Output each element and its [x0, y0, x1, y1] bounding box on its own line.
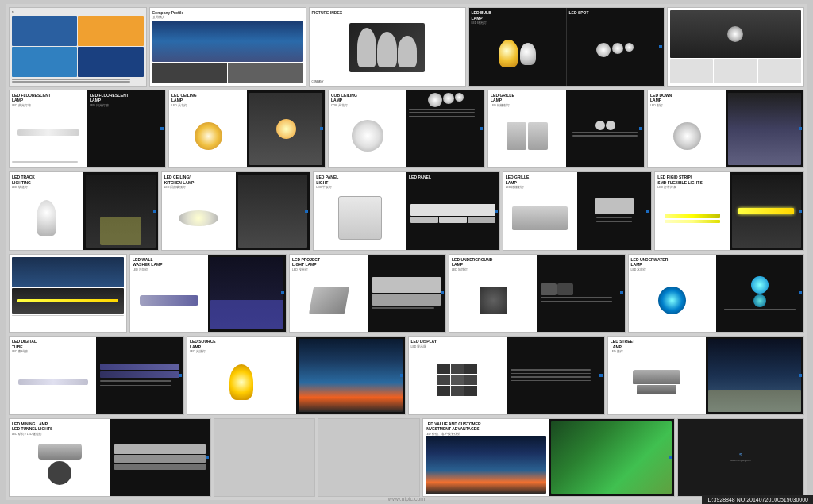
rigid-strip-spread[interactable]: LED RIGID STRIP/SMD FLEXIBLE LIGHTS LED … — [654, 171, 804, 251]
street-title: LED STREETLAMP — [611, 339, 703, 349]
cover-spread[interactable]: S — [9, 7, 147, 87]
underground-spread[interactable]: LED UNDERGROUNDLAMP LED 地埋灯 — [449, 254, 626, 333]
track-title: LED TRACKLIGHTING — [12, 175, 81, 185]
picture-index-title: PICTURE INDEX — [312, 10, 463, 15]
blue-dot-dt — [179, 374, 182, 377]
blue-dot-proj — [441, 291, 444, 294]
catalog-row-2: LED FLUORESCENTLAMP LED 荧光灯管 LED FLUORES… — [9, 90, 804, 169]
project-title: LED PROJECT-LIGHT LAMP — [292, 257, 365, 267]
underwater-title: LED UNDERWATERLAMP — [631, 257, 714, 267]
panel-spread[interactable]: LED PANELLIGHT LED 平板灯 LED PaNel — [313, 171, 499, 251]
rigid-title: LED RIGID STRIP/SMD FLEXIBLE LIGHTS — [657, 175, 726, 185]
bulb-title: LED BULBLAMP — [472, 10, 564, 21]
ceiling2-title: LED CEILING/KITCHEN LAMP — [164, 175, 233, 185]
spot-title: LED SPOT — [569, 10, 661, 16]
catalog-row-3: LED TRACKLIGHTING LED 轨道灯 LED CEILING/KI… — [9, 171, 804, 251]
wall-title: LED WALLWASHER LAMP — [133, 257, 206, 267]
blue-dot-uw — [799, 291, 802, 294]
display-spread[interactable]: LED DISPLAY LED 显示屏 — [408, 336, 605, 415]
track-spread[interactable]: LED TRACKLIGHTING LED 轨道灯 — [9, 171, 159, 251]
catalog-container: S Company Profile 公司简介 — [6, 4, 807, 500]
picture-index-subtitle: COMPANY — [312, 80, 463, 83]
grille1-spread[interactable]: LED GRILLELAMP LED 格栅射灯 — [487, 90, 645, 169]
strip-detail-spread[interactable] — [9, 254, 127, 333]
blue-dot-value — [669, 456, 672, 459]
display-title: LED DISPLAY — [411, 339, 504, 344]
blue-dot-st — [799, 374, 802, 377]
cover-company: S — [12, 10, 144, 14]
blue-dot-fl1 — [160, 127, 164, 130]
company-profile-spread[interactable]: Company Profile 公司简介 — [149, 7, 306, 87]
downlight-spread[interactable]: LED DOWNLAMP LED 射灯 — [647, 90, 804, 169]
blue-dot-bulb-spot — [659, 45, 662, 48]
empty-spread-1 — [214, 418, 315, 498]
blue-dot-gr1 — [639, 127, 642, 130]
catalog-row-1: S Company Profile 公司简介 — [9, 7, 804, 87]
ceiling1-spread[interactable]: LED CEILINGLAMP LED 天花灯 — [168, 90, 326, 169]
source-lamp-spread[interactable]: LED SOURCELAMP LED 光源灯 — [187, 336, 406, 415]
cover-text-lines — [12, 79, 144, 83]
blue-dot-c2 — [305, 210, 308, 213]
blue-dot-gr2 — [646, 210, 649, 213]
blue-dot-dl — [799, 127, 802, 130]
project-light-spread[interactable]: LED PROJECT-LIGHT LAMP LED 投光灯 — [289, 254, 446, 333]
grille2-title: LED GRILLELAMP — [506, 175, 575, 185]
catalog-row-5: LED DIGITALTUBE LED 数码管 — [9, 336, 804, 415]
down-title: LED DOWNLAMP — [650, 93, 723, 103]
fluorescent1-spread[interactable]: LED FLUORESCENTLAMP LED 荧光灯管 LED FLUORES… — [9, 90, 166, 169]
wall-washer-spread[interactable]: LED WALLWASHER LAMP LED 洗墙灯 — [129, 254, 287, 333]
back-cover-spread[interactable]: S www.company.com — [677, 418, 804, 498]
underwater-spread[interactable]: LED UNDERWATERLAMP LED 水底灯 — [628, 254, 805, 333]
digital-tube-spread[interactable]: LED DIGITALTUBE LED 数码管 — [9, 336, 184, 415]
blue-dot-cob — [480, 127, 483, 130]
street-spread[interactable]: LED STREETLAMP LED 路灯 — [607, 336, 804, 415]
grille1-title: LED GRILLELAMP — [491, 93, 564, 103]
mining-spread[interactable]: LED MINING LAMPLED TUNNEL LIGHTS LED 矿灯 … — [9, 418, 211, 498]
catalog-row-6: LED MINING LAMPLED TUNNEL LIGHTS LED 矿灯 … — [9, 418, 804, 498]
catalog-row-4: LED WALLWASHER LAMP LED 洗墙灯 LED PROJECT-… — [9, 254, 804, 333]
fluorescent2-title: LED FLUORESCENTLAMP — [90, 93, 163, 103]
spot-detail-spread[interactable] — [667, 7, 805, 87]
blue-dot-strip — [799, 210, 802, 213]
blue-dot-src — [400, 374, 403, 377]
blue-dot-panel — [495, 210, 498, 213]
blue-dot-mining — [206, 456, 209, 459]
fluorescent1-title: LED FLUORESCENTLAMP — [12, 93, 85, 103]
picture-index-spread[interactable]: PICTURE INDEX COMPANY — [309, 7, 466, 87]
back-cover-contact: www.company.com — [730, 459, 751, 462]
underground-title: LED UNDERGROUNDLAMP — [452, 257, 534, 267]
digital-title: LED DIGITALTUBE — [12, 339, 94, 349]
back-cover-logo: S — [739, 452, 742, 457]
source-title: LED SOURCELAMP — [190, 339, 294, 349]
grille2-spread[interactable]: LED GRILLELAMP LED 格栅射灯 — [503, 171, 653, 251]
blue-dot-wall — [281, 291, 284, 294]
blue-dot-c1 — [320, 127, 323, 130]
mining-title: LED MINING LAMPLED TUNNEL LIGHTS — [12, 421, 107, 432]
cob-ceiling-spread[interactable]: COB CEILINGLAMP COB 天花灯 — [328, 90, 485, 169]
cob-title: COB CEILINGLAMP — [331, 93, 404, 103]
value-spread[interactable]: LED VALUE AND CUSTOMERINVESTMENT ADVANTA… — [422, 418, 675, 498]
value-title: LED VALUE AND CUSTOMERINVESTMENT ADVANTA… — [426, 421, 546, 432]
ceiling1-title: LED CEILINGLAMP — [171, 93, 245, 103]
panel-title: LED PANELLIGHT — [316, 175, 404, 185]
company-profile-chinese: 公司简介 — [152, 15, 303, 19]
empty-spread-2 — [318, 418, 419, 498]
blue-dot-disp — [599, 374, 603, 377]
bulb-spot-spread[interactable]: LED BULBLAMP LED 球泡灯 LED SPOT — [468, 7, 665, 87]
blue-dot-track — [153, 210, 156, 213]
blue-dot-ug — [620, 291, 623, 294]
ceiling2-spread[interactable]: LED CEILING/KITCHEN LAMP LED 厨房吸顶灯 — [161, 171, 311, 251]
